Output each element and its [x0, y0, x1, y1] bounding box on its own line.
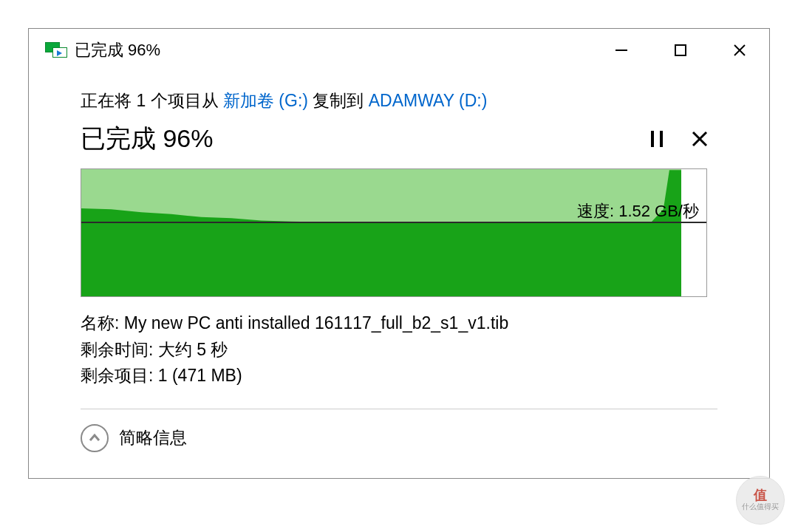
- maximize-button[interactable]: [651, 29, 710, 72]
- speed-value: 1.52 GB/秒: [618, 202, 699, 220]
- minimize-button[interactable]: [592, 29, 651, 72]
- svg-rect-1: [675, 45, 686, 55]
- detail-name-row: 名称: My new PC anti installed 161117_full…: [81, 310, 717, 337]
- dest-drive-link[interactable]: ADAMWAY (D:): [369, 91, 488, 110]
- copy-app-icon: [45, 42, 67, 58]
- close-button[interactable]: [710, 29, 769, 72]
- progress-row: 已完成 96%: [81, 121, 717, 157]
- detail-time-label: 剩余时间:: [81, 340, 158, 359]
- cancel-button[interactable]: [682, 121, 717, 157]
- watermark-small: 什么值得买: [742, 502, 779, 512]
- detail-items-row: 剩余项目: 1 (471 MB): [81, 363, 717, 389]
- chevron-up-icon[interactable]: [81, 424, 109, 452]
- detail-items-label: 剩余项目:: [81, 366, 158, 385]
- transfer-middle: 复制到: [308, 91, 369, 110]
- pause-button[interactable]: [639, 121, 675, 157]
- divider: [81, 409, 717, 409]
- chart-series: [81, 169, 681, 296]
- source-drive-link[interactable]: 新加卷 (G:): [223, 91, 308, 110]
- transfer-details: 名称: My new PC anti installed 161117_full…: [81, 310, 717, 389]
- transfer-prefix: 正在将 1 个项目从: [81, 91, 223, 110]
- detail-time-row: 剩余时间: 大约 5 秒: [81, 337, 717, 364]
- watermark-big: 值: [754, 488, 767, 502]
- toggle-details-button[interactable]: 简略信息: [119, 426, 187, 449]
- speed-chart: 速度: 1.52 GB/秒: [81, 168, 707, 297]
- file-copy-dialog: 已完成 96% 正在将 1 个项目从 新加卷 (G:) 复制到 ADAMWAY …: [28, 28, 770, 479]
- detail-name-value: My new PC anti installed 161117_full_b2_…: [124, 313, 508, 332]
- detail-name-label: 名称:: [81, 313, 124, 332]
- detail-items-value: 1 (471 MB): [158, 366, 242, 385]
- svg-marker-8: [81, 170, 681, 296]
- speed-label-prefix: 速度:: [577, 202, 618, 220]
- window-buttons: [592, 29, 769, 72]
- transfer-description: 正在将 1 个项目从 新加卷 (G:) 复制到 ADAMWAY (D:): [81, 89, 717, 112]
- titlebar[interactable]: 已完成 96%: [29, 29, 769, 72]
- dialog-content: 正在将 1 个项目从 新加卷 (G:) 复制到 ADAMWAY (D:) 已完成…: [29, 72, 769, 452]
- detail-time-value: 大约 5 秒: [158, 340, 228, 359]
- speed-label: 速度: 1.52 GB/秒: [577, 200, 699, 222]
- watermark-badge: 值 什么值得买: [736, 476, 785, 525]
- footer-row: 简略信息: [81, 424, 717, 452]
- progress-heading: 已完成 96%: [81, 122, 632, 156]
- window-title: 已完成 96%: [75, 39, 160, 61]
